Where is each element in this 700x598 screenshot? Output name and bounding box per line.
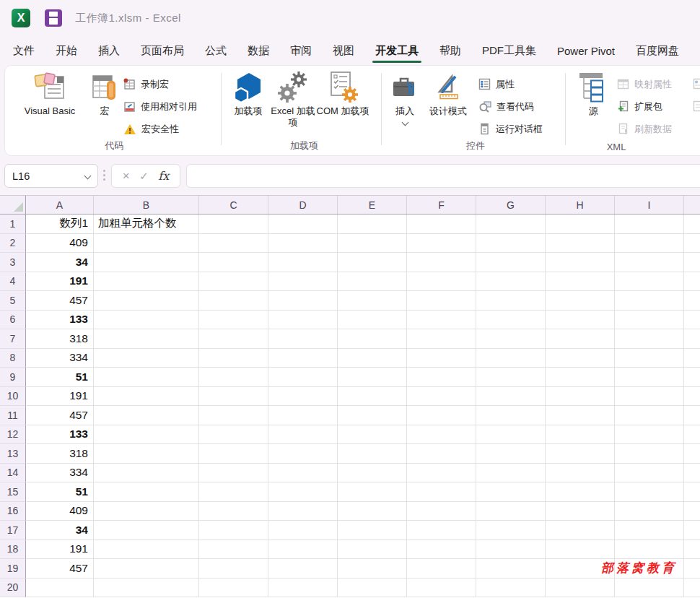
cell-A1[interactable]: 数列1 bbox=[26, 214, 94, 234]
cell-G15[interactable] bbox=[476, 482, 546, 502]
visual-basic-button[interactable]: Visual Basic bbox=[14, 70, 86, 117]
col-header-D[interactable]: D bbox=[268, 196, 338, 214]
cell-G12[interactable] bbox=[476, 425, 546, 445]
tab-file[interactable]: 文件 bbox=[13, 36, 35, 65]
name-box[interactable]: L16 bbox=[4, 164, 98, 188]
row-header-4[interactable]: 4 bbox=[0, 272, 26, 292]
cell-D9[interactable] bbox=[268, 368, 338, 387]
cell-C15[interactable] bbox=[199, 482, 268, 502]
cell-B6[interactable] bbox=[94, 311, 199, 330]
cell-H20[interactable] bbox=[546, 578, 615, 598]
cell-C13[interactable] bbox=[199, 444, 268, 464]
cell-I17[interactable] bbox=[615, 521, 684, 540]
cell-E19[interactable] bbox=[338, 559, 407, 578]
col-header-A[interactable]: A bbox=[26, 196, 94, 214]
tab-home[interactable]: 开始 bbox=[56, 36, 77, 65]
cell-B3[interactable] bbox=[94, 253, 199, 272]
cell-H1[interactable] bbox=[546, 214, 615, 234]
cell-G3[interactable] bbox=[476, 253, 546, 272]
cell-F5[interactable] bbox=[407, 291, 476, 311]
insert-control-button[interactable]: 插入 bbox=[389, 70, 421, 125]
insert-function-icon[interactable]: fx bbox=[158, 169, 169, 183]
cell-partial-1[interactable] bbox=[684, 214, 700, 234]
cell-H14[interactable] bbox=[546, 464, 615, 483]
cell-F16[interactable] bbox=[407, 502, 476, 521]
record-macro-button[interactable]: 录制宏 bbox=[123, 73, 197, 95]
cell-G2[interactable] bbox=[476, 234, 546, 254]
col-header-B[interactable]: B bbox=[94, 196, 199, 214]
cell-F13[interactable] bbox=[407, 444, 476, 464]
cell-H7[interactable] bbox=[546, 329, 615, 349]
cell-A20[interactable] bbox=[26, 578, 94, 598]
cell-partial-5[interactable] bbox=[684, 291, 700, 311]
row-header-1[interactable]: 1 bbox=[0, 214, 26, 234]
cell-B17[interactable] bbox=[94, 521, 199, 540]
xml-source-button[interactable]: 源 bbox=[577, 70, 610, 117]
design-mode-button[interactable]: 设计模式 bbox=[424, 70, 473, 117]
cell-F7[interactable] bbox=[407, 329, 476, 349]
cell-D20[interactable] bbox=[268, 578, 338, 598]
cell-I4[interactable] bbox=[615, 272, 684, 292]
cell-E17[interactable] bbox=[338, 521, 407, 540]
cell-B5[interactable] bbox=[94, 291, 199, 311]
cell-D1[interactable] bbox=[268, 214, 338, 234]
cell-H12[interactable] bbox=[546, 425, 615, 445]
cell-E4[interactable] bbox=[338, 272, 407, 292]
cell-partial-6[interactable] bbox=[684, 311, 700, 330]
cell-F18[interactable] bbox=[407, 540, 476, 560]
tab-baidu-netdisk[interactable]: 百度网盘 bbox=[636, 36, 679, 65]
cell-F3[interactable] bbox=[407, 253, 476, 272]
col-header-partial[interactable] bbox=[684, 196, 700, 214]
cell-E14[interactable] bbox=[338, 464, 407, 483]
col-header-I[interactable]: I bbox=[615, 196, 684, 214]
cell-B15[interactable] bbox=[94, 482, 199, 502]
cell-B9[interactable] bbox=[94, 368, 199, 387]
cell-D8[interactable] bbox=[268, 349, 338, 368]
cell-I7[interactable] bbox=[615, 329, 684, 349]
cell-C12[interactable] bbox=[199, 425, 268, 445]
cell-G16[interactable] bbox=[476, 502, 546, 521]
cell-D7[interactable] bbox=[268, 329, 338, 349]
tab-view[interactable]: 视图 bbox=[333, 36, 354, 65]
cell-D5[interactable] bbox=[268, 291, 338, 311]
cell-F8[interactable] bbox=[407, 349, 476, 368]
cell-I16[interactable] bbox=[615, 502, 684, 521]
row-header-7[interactable]: 7 bbox=[0, 329, 26, 349]
cell-D18[interactable] bbox=[268, 540, 338, 560]
cell-F9[interactable] bbox=[407, 368, 476, 387]
cell-D10[interactable] bbox=[268, 387, 338, 407]
cell-F14[interactable] bbox=[407, 464, 476, 483]
macros-button[interactable]: 宏 bbox=[89, 70, 121, 117]
cell-partial-19[interactable] bbox=[684, 559, 700, 578]
cell-partial-4[interactable] bbox=[684, 272, 700, 292]
cell-C18[interactable] bbox=[199, 540, 268, 560]
row-header-15[interactable]: 15 bbox=[0, 482, 26, 502]
cell-I18[interactable] bbox=[615, 540, 684, 560]
cell-G6[interactable] bbox=[476, 311, 546, 330]
cell-F4[interactable] bbox=[407, 272, 476, 292]
cell-F1[interactable] bbox=[407, 214, 476, 234]
row-header-12[interactable]: 12 bbox=[0, 425, 26, 445]
cell-F11[interactable] bbox=[407, 406, 476, 425]
cell-E1[interactable] bbox=[338, 214, 407, 234]
cell-B12[interactable] bbox=[94, 425, 199, 445]
cell-B14[interactable] bbox=[94, 464, 199, 483]
cell-H3[interactable] bbox=[546, 253, 615, 272]
row-header-10[interactable]: 10 bbox=[0, 387, 26, 407]
cell-F2[interactable] bbox=[407, 234, 476, 254]
cell-E12[interactable] bbox=[338, 425, 407, 445]
cell-F12[interactable] bbox=[407, 425, 476, 445]
cell-A9[interactable]: 51 bbox=[26, 368, 94, 387]
cell-E18[interactable] bbox=[338, 540, 407, 560]
cell-A11[interactable]: 457 bbox=[26, 406, 94, 425]
cell-B1[interactable]: 加粗单元格个数 bbox=[94, 214, 199, 234]
cell-A2[interactable]: 409 bbox=[26, 234, 94, 254]
cell-E16[interactable] bbox=[338, 502, 407, 521]
run-dialog-button[interactable]: 运行对话框 bbox=[478, 118, 543, 140]
cell-C17[interactable] bbox=[199, 521, 268, 540]
cell-B20[interactable] bbox=[94, 578, 199, 598]
cell-H11[interactable] bbox=[546, 406, 615, 425]
cell-A19[interactable]: 457 bbox=[26, 559, 94, 578]
cell-D13[interactable] bbox=[268, 444, 338, 464]
cell-E13[interactable] bbox=[338, 444, 407, 464]
